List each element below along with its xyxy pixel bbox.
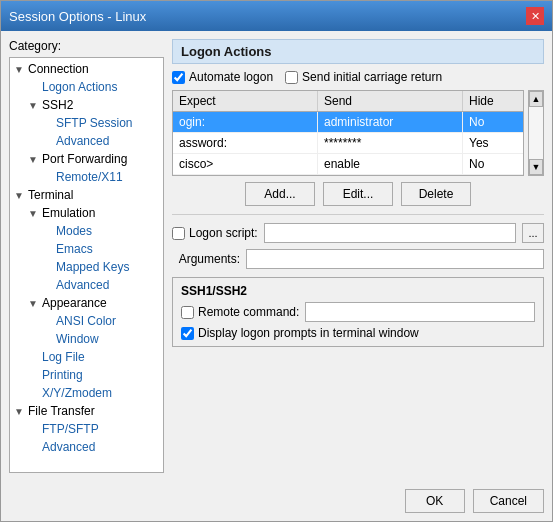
cell-send-1: ********: [318, 133, 463, 153]
remote-command-input[interactable]: [305, 302, 535, 322]
tree-item-remote-x11[interactable]: Remote/X11: [10, 168, 163, 186]
expand-icon-terminal: ▼: [14, 190, 28, 201]
arguments-row: Arguments:: [172, 249, 544, 269]
tree-label-logon-actions: Logon Actions: [42, 80, 117, 94]
tree-item-ansi-color[interactable]: ANSI Color: [10, 312, 163, 330]
cell-hide-0: No: [463, 112, 523, 132]
category-label: Category:: [9, 39, 164, 53]
tree-item-emacs[interactable]: Emacs: [10, 240, 163, 258]
expand-icon-emulation: ▼: [28, 208, 42, 219]
automate-logon-label: Automate logon: [189, 70, 273, 84]
logon-script-label: Logon script:: [189, 226, 258, 240]
tree-item-logon-actions[interactable]: Logon Actions: [10, 78, 163, 96]
section-header: Logon Actions: [172, 39, 544, 64]
scroll-down-button[interactable]: ▼: [529, 159, 543, 175]
cell-expect-2: cisco>: [173, 154, 318, 174]
tree-label-port-forwarding: Port Forwarding: [42, 152, 127, 166]
logon-script-checkbox[interactable]: [172, 227, 185, 240]
logon-script-row: Logon script: ...: [172, 223, 544, 243]
logon-table: ExpectSendHide ogin:administratorNoasswo…: [172, 90, 524, 176]
tree-item-appearance[interactable]: ▼Appearance: [10, 294, 163, 312]
display-prompts-checkbox[interactable]: [181, 327, 194, 340]
arguments-input[interactable]: [246, 249, 544, 269]
tree-item-window[interactable]: Window: [10, 330, 163, 348]
tree-label-log-file: Log File: [42, 350, 85, 364]
tree-label-xyz-modem: X/Y/Zmodem: [42, 386, 112, 400]
tree-label-ftp-sftp: FTP/SFTP: [42, 422, 99, 436]
send-carriage-label: Send initial carriage return: [302, 70, 442, 84]
title-bar: Session Options - Linux ✕: [1, 1, 552, 31]
tree-item-advanced-emulation[interactable]: Advanced: [10, 276, 163, 294]
tree-label-advanced-ssh2: Advanced: [56, 134, 109, 148]
table-header-expect: Expect: [173, 91, 318, 111]
tree-item-file-transfer[interactable]: ▼File Transfer: [10, 402, 163, 420]
send-carriage-item: Send initial carriage return: [285, 70, 442, 84]
logon-script-input[interactable]: [264, 223, 516, 243]
tree-item-connection[interactable]: ▼Connection: [10, 60, 163, 78]
tree-item-printing[interactable]: Printing: [10, 366, 163, 384]
browse-button[interactable]: ...: [522, 223, 544, 243]
tree-label-mapped-keys: Mapped Keys: [56, 260, 129, 274]
dialog-title: Session Options - Linux: [9, 9, 146, 24]
table-row[interactable]: assword:********Yes: [173, 133, 523, 154]
tree-label-connection: Connection: [28, 62, 89, 76]
tree-item-advanced-ft[interactable]: Advanced: [10, 438, 163, 456]
tree-label-printing: Printing: [42, 368, 83, 382]
cell-send-2: enable: [318, 154, 463, 174]
tree-label-modes: Modes: [56, 224, 92, 238]
scrollbar[interactable]: ▲ ▼: [528, 90, 544, 176]
table-row[interactable]: ogin:administratorNo: [173, 112, 523, 133]
remote-command-row: Remote command:: [181, 302, 535, 322]
tree-item-sftp-session[interactable]: SFTP Session: [10, 114, 163, 132]
tree-item-port-forwarding[interactable]: ▼Port Forwarding: [10, 150, 163, 168]
table-header: ExpectSendHide: [173, 91, 523, 112]
tree-label-window: Window: [56, 332, 99, 346]
table-body[interactable]: ogin:administratorNoassword:********Yesc…: [173, 112, 523, 175]
remote-command-label: Remote command:: [198, 305, 299, 319]
automate-logon-checkbox[interactable]: [172, 71, 185, 84]
ssh-group: SSH1/SSH2 Remote command: Display logon …: [172, 277, 544, 347]
tree-item-advanced-ssh2[interactable]: Advanced: [10, 132, 163, 150]
scroll-up-button[interactable]: ▲: [529, 91, 543, 107]
cell-expect-0: ogin:: [173, 112, 318, 132]
tree-item-modes[interactable]: Modes: [10, 222, 163, 240]
tree-item-ssh2[interactable]: ▼SSH2: [10, 96, 163, 114]
cell-send-0: administrator: [318, 112, 463, 132]
tree-label-advanced-ft: Advanced: [42, 440, 95, 454]
tree-label-remote-x11: Remote/X11: [56, 170, 123, 184]
tree-item-log-file[interactable]: Log File: [10, 348, 163, 366]
scroll-track: [529, 107, 543, 159]
send-carriage-checkbox[interactable]: [285, 71, 298, 84]
tree-label-appearance: Appearance: [42, 296, 107, 310]
divider1: [172, 214, 544, 215]
close-button[interactable]: ✕: [526, 7, 544, 25]
add-button[interactable]: Add...: [245, 182, 315, 206]
table-row[interactable]: cisco>enableNo: [173, 154, 523, 175]
category-panel: Category: ▼ConnectionLogon Actions▼SSH2S…: [9, 39, 164, 473]
tree-label-ansi-color: ANSI Color: [56, 314, 116, 328]
expand-icon-port-forwarding: ▼: [28, 154, 42, 165]
edit-button[interactable]: Edit...: [323, 182, 393, 206]
tree-label-emulation: Emulation: [42, 206, 95, 220]
expand-icon-ssh2: ▼: [28, 100, 42, 111]
tree-item-mapped-keys[interactable]: Mapped Keys: [10, 258, 163, 276]
tree-label-advanced-emulation: Advanced: [56, 278, 109, 292]
delete-button[interactable]: Delete: [401, 182, 471, 206]
display-prompts-label: Display logon prompts in terminal window: [198, 326, 419, 340]
tree-item-terminal[interactable]: ▼Terminal: [10, 186, 163, 204]
expand-icon-file-transfer: ▼: [14, 406, 28, 417]
tree[interactable]: ▼ConnectionLogon Actions▼SSH2SFTP Sessio…: [9, 57, 164, 473]
table-header-send: Send: [318, 91, 463, 111]
tree-label-ssh2: SSH2: [42, 98, 73, 112]
tree-item-ftp-sftp[interactable]: FTP/SFTP: [10, 420, 163, 438]
cell-hide-2: No: [463, 154, 523, 174]
expand-icon-appearance: ▼: [28, 298, 42, 309]
tree-item-emulation[interactable]: ▼Emulation: [10, 204, 163, 222]
remote-command-checkbox[interactable]: [181, 306, 194, 319]
ok-button[interactable]: OK: [405, 489, 465, 513]
tree-label-file-transfer: File Transfer: [28, 404, 95, 418]
arguments-label: Arguments:: [172, 252, 240, 266]
cancel-button[interactable]: Cancel: [473, 489, 544, 513]
tree-item-xyz-modem[interactable]: X/Y/Zmodem: [10, 384, 163, 402]
dialog-body: Category: ▼ConnectionLogon Actions▼SSH2S…: [1, 31, 552, 481]
